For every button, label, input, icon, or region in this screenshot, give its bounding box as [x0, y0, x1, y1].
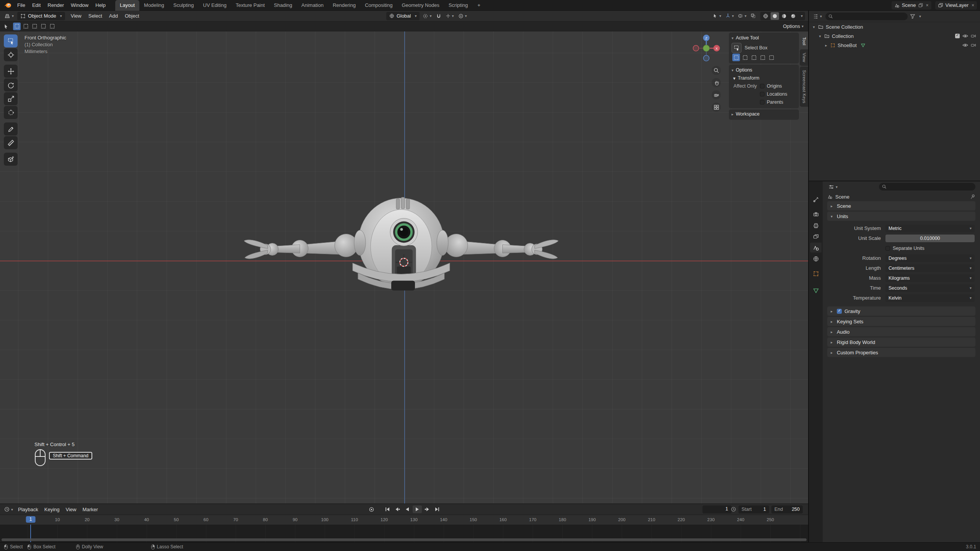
properties-section-header[interactable]: ▸ Gravity — [827, 306, 975, 316]
workspace-tab[interactable]: UV Editing — [198, 0, 231, 11]
scene-selector[interactable]: Scene × — [892, 1, 931, 10]
delete-viewlayer-button[interactable]: × — [972, 3, 974, 8]
snap-toggle[interactable] — [435, 13, 443, 20]
sidebar-tab[interactable]: Tool — [800, 34, 808, 49]
timeline-menu-item[interactable]: View — [63, 505, 80, 514]
prev-keyframe-button[interactable] — [393, 505, 402, 513]
camera-view-button[interactable] — [712, 90, 721, 99]
tab-output-properties[interactable] — [810, 220, 822, 230]
timeline-scrollbar[interactable] — [2, 538, 807, 541]
property-widget[interactable]: Metric ▾ — [885, 225, 975, 232]
select-mode-button[interactable] — [22, 23, 29, 30]
property-widget[interactable]: Kilograms ▾ — [885, 274, 975, 282]
workspace-tab[interactable]: Shading — [270, 0, 297, 11]
end-frame-field[interactable]: End 250 — [771, 505, 803, 514]
parents-checkbox[interactable] — [760, 100, 764, 104]
app-menu-item[interactable]: Render — [44, 1, 67, 10]
outliner-search-input[interactable] — [825, 13, 908, 20]
sidebar-tab[interactable]: View — [800, 49, 808, 66]
properties-search-input[interactable] — [879, 183, 975, 191]
viewport-menu-item[interactable]: View — [67, 11, 85, 20]
viewport-canvas[interactable]: Front Orthographic (1) Collection Millim… — [0, 31, 808, 504]
show-gizmos-toggle[interactable]: ▾ — [724, 13, 735, 19]
workspace-tab[interactable]: Modeling — [139, 0, 169, 11]
select-mode-button[interactable] — [48, 23, 56, 30]
play-reverse-button[interactable] — [403, 505, 412, 513]
xray-toggle[interactable] — [750, 13, 757, 19]
tab-scene-properties[interactable] — [810, 243, 822, 253]
workspace-tab[interactable]: Layout — [115, 0, 139, 11]
outliner-row-object[interactable]: ▸ ShoeBot — [809, 41, 980, 50]
zoom-button[interactable] — [712, 66, 721, 75]
app-menu-item[interactable]: Window — [67, 1, 92, 10]
properties-section-header[interactable]: ▸ Rigid Body World — [827, 337, 975, 347]
collection-checkbox[interactable] — [955, 34, 960, 38]
timeline-editor-type-button[interactable]: ▾ — [3, 506, 14, 513]
tool-add-cube[interactable] — [4, 153, 18, 166]
outliner-editor-type-button[interactable]: ▾ — [812, 13, 823, 20]
select-mode-button[interactable] — [732, 54, 740, 61]
auto-keying-toggle[interactable] — [367, 505, 376, 513]
units-section-header[interactable]: ▾ Units — [827, 212, 975, 221]
select-mode-button[interactable] — [768, 54, 775, 61]
gravity-checkbox[interactable] — [837, 309, 842, 314]
proportional-editing-toggle[interactable]: ▾ — [457, 13, 468, 20]
locations-checkbox[interactable] — [760, 92, 764, 96]
toggle-ortho-button[interactable] — [712, 103, 721, 112]
tab-world-properties[interactable] — [810, 254, 822, 264]
property-widget[interactable]: Kelvin ▾ — [885, 294, 975, 302]
property-widget[interactable]: Separate Units ▾ — [885, 245, 975, 252]
active-tool-header[interactable]: ▾ Active Tool — [732, 34, 796, 42]
jump-to-end-button[interactable] — [433, 505, 442, 513]
tool-move[interactable] — [4, 65, 18, 78]
hide-viewport-eye-icon[interactable] — [962, 34, 968, 38]
app-menu-item[interactable]: File — [14, 1, 29, 10]
tab-view-layer-properties[interactable] — [810, 231, 822, 241]
timeline-menu-item[interactable]: Playback — [15, 505, 41, 514]
tab-object-properties[interactable] — [810, 269, 822, 279]
workspace-tab[interactable]: Texture Paint — [231, 0, 270, 11]
timeline-menu-item[interactable]: Marker — [79, 505, 101, 514]
tool-select-box[interactable] — [4, 34, 18, 47]
shading-solid-button[interactable] — [771, 12, 779, 20]
viewport-menu-item[interactable]: Select — [85, 11, 106, 20]
delete-scene-button[interactable]: × — [926, 3, 929, 8]
workspace-header[interactable]: ▸ Workspace — [732, 111, 796, 117]
robot-model[interactable] — [0, 31, 808, 503]
workspace-tab[interactable]: Geometry Nodes — [397, 0, 444, 11]
scene-section-header[interactable]: ▸ Scene — [827, 201, 975, 210]
disable-render-camera-icon[interactable] — [971, 34, 976, 38]
outliner-row-collection[interactable]: ▾ Collection — [809, 31, 980, 41]
select-mode-button[interactable] — [13, 23, 21, 30]
shading-material-button[interactable] — [780, 12, 788, 20]
tool-cursor[interactable] — [4, 48, 18, 61]
tool-transform[interactable] — [4, 106, 18, 119]
orientation-dropdown[interactable]: Global ▾ — [386, 12, 420, 20]
active-tool-icon-button[interactable] — [732, 43, 742, 53]
app-menu-item[interactable]: Help — [92, 1, 109, 10]
gizmo-minus-x-axis[interactable] — [693, 46, 699, 51]
tool-measure[interactable] — [4, 136, 18, 149]
select-mode-button[interactable] — [750, 54, 758, 61]
select-mode-button[interactable] — [741, 54, 749, 61]
mode-dropdown[interactable]: Object Mode ▾ — [17, 12, 65, 20]
snap-settings-dropdown[interactable]: ▾ — [444, 13, 455, 19]
start-frame-field[interactable]: Start 1 — [738, 505, 769, 514]
pan-button[interactable] — [712, 78, 721, 87]
viewlayer-selector[interactable]: ViewLayer × — [935, 1, 977, 10]
pin-icon[interactable] — [970, 194, 975, 199]
tool-annotate[interactable] — [4, 122, 18, 135]
sidebar-tab[interactable]: Screencast Keys — [800, 67, 808, 107]
property-widget[interactable]: Centimeters ▾ — [885, 264, 975, 272]
workspace-tab[interactable]: Compositing — [360, 0, 397, 11]
workspace-tab[interactable]: Rendering — [328, 0, 360, 11]
pivot-point-dropdown[interactable]: ▾ — [421, 13, 433, 20]
gizmo-minus-z-axis[interactable] — [704, 55, 709, 61]
timeline-body[interactable] — [0, 525, 808, 542]
outliner-row-scene-collection[interactable]: ▾ Scene Collection — [809, 22, 980, 31]
jump-to-start-button[interactable] — [383, 505, 392, 513]
gizmo-y-axis[interactable] — [703, 45, 710, 52]
timeline-ruler[interactable]: 1020304050607080901001101201301401501601… — [0, 515, 808, 525]
play-button[interactable] — [413, 505, 422, 513]
new-scene-icon[interactable] — [918, 3, 923, 8]
